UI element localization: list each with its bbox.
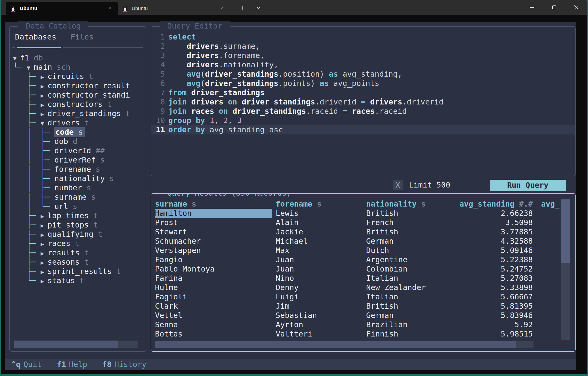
tree-item-constructor_standi[interactable]: ├─ ▶ constructor_standi: [13, 90, 144, 100]
collapsed-arrow-icon[interactable]: ▶: [41, 250, 48, 257]
result-cell[interactable]: British: [363, 302, 453, 311]
collapsed-arrow-icon[interactable]: ▶: [41, 278, 48, 285]
result-cell[interactable]: German: [363, 237, 453, 246]
scrollbar-thumb[interactable]: [155, 341, 516, 348]
tree-item-nationality[interactable]: │ ├─ nationality s: [13, 174, 144, 183]
result-cell[interactable]: 5.92: [453, 320, 533, 329]
result-cell[interactable]: 5.33898: [453, 283, 533, 292]
result-cell[interactable]: Verstappen: [155, 246, 272, 255]
result-cell[interactable]: Stewart: [155, 227, 272, 237]
result-cell[interactable]: 3.5098: [453, 218, 533, 227]
maximize-button[interactable]: [543, 0, 565, 15]
tree-item-main[interactable]: └─ ▼ main sch: [13, 63, 144, 72]
editor-line-2[interactable]: 2 drivers.surname,: [151, 42, 575, 51]
result-cell[interactable]: Italian: [363, 292, 453, 302]
terminal-tab-1[interactable]: Ubuntu: [6, 2, 118, 15]
expanded-arrow-icon[interactable]: ▼: [41, 120, 48, 127]
result-cell[interactable]: 5.27083: [453, 274, 533, 283]
tree-item-driverId[interactable]: │ ├─ driverId ##: [13, 146, 144, 155]
result-cell[interactable]: [533, 292, 561, 302]
collapsed-arrow-icon[interactable]: ▶: [41, 83, 48, 90]
tab-close-icon[interactable]: [218, 5, 225, 12]
editor-line-4[interactable]: 4 drivers.nationality,: [151, 60, 575, 70]
result-cell[interactable]: Denny: [272, 283, 363, 292]
result-cell[interactable]: 3.77885: [453, 227, 533, 237]
result-cell[interactable]: Clark: [155, 302, 272, 311]
result-cell[interactable]: 5.66667: [453, 292, 533, 302]
result-cell[interactable]: 2.66238: [453, 209, 533, 218]
result-cell[interactable]: Fangio: [155, 255, 272, 264]
result-cell[interactable]: Dutch: [363, 246, 453, 255]
result-cell[interactable]: Luigi: [272, 292, 363, 302]
tree-item-lap_times[interactable]: ├─ ▶ lap_times t: [13, 211, 144, 220]
tab-databases[interactable]: Databases: [15, 32, 56, 42]
tree-item-driverRef[interactable]: │ ├─ driverRef s: [13, 155, 144, 165]
collapsed-arrow-icon[interactable]: ▶: [41, 213, 48, 220]
result-cell[interactable]: British: [363, 227, 453, 237]
result-cell[interactable]: Jackie: [272, 227, 363, 237]
editor-code[interactable]: 1select2 drivers.surname,3 drivers.foren…: [151, 32, 575, 135]
result-cell[interactable]: [533, 246, 561, 255]
tree-item-code[interactable]: │ ├─ code s: [13, 127, 144, 137]
tree-item-constructors[interactable]: ├─ ▶ constructors t: [13, 100, 144, 109]
result-cell[interactable]: [533, 218, 561, 227]
terminal-tab-2[interactable]: Ubuntu: [118, 2, 230, 15]
tree-item-number[interactable]: │ ├─ number s: [13, 183, 144, 193]
run-query-button[interactable]: Run Query: [490, 180, 566, 191]
collapsed-arrow-icon[interactable]: ▶: [41, 269, 48, 275]
result-cell[interactable]: [533, 274, 561, 283]
limit-checkbox[interactable]: X: [393, 180, 403, 190]
result-cell[interactable]: Michael: [272, 237, 363, 246]
result-cell[interactable]: [533, 311, 561, 320]
editor-line-5[interactable]: 5 avg(driver_standings.position) as avg_…: [151, 70, 575, 79]
result-cell[interactable]: [533, 227, 561, 237]
result-cell[interactable]: 4.32588: [453, 237, 533, 246]
result-cell[interactable]: Schumacher: [155, 237, 272, 246]
result-cell[interactable]: Sebastian: [272, 311, 363, 320]
result-cell[interactable]: Brazilian: [363, 320, 453, 329]
result-cell[interactable]: 5.22388: [453, 255, 533, 264]
result-cell[interactable]: [533, 283, 561, 292]
tree-item-drivers[interactable]: ├─ ▼ drivers t: [13, 118, 144, 127]
result-cell[interactable]: Colombian: [363, 264, 453, 274]
tab-close-icon[interactable]: [106, 5, 114, 12]
editor-line-6[interactable]: 6 avg(driver_standings.points) as avg_po…: [151, 79, 575, 88]
result-cell[interactable]: Nino: [272, 274, 363, 283]
collapsed-arrow-icon[interactable]: ▶: [41, 259, 48, 266]
result-cell[interactable]: [533, 302, 561, 311]
editor-line-8[interactable]: 8join drivers on driver_standings.driver…: [151, 97, 575, 107]
editor-line-7[interactable]: 7from driver_standings: [151, 88, 575, 97]
result-cell[interactable]: Vettel: [155, 311, 272, 320]
result-cell[interactable]: [533, 209, 561, 218]
tree-item-circuits[interactable]: ├─ ▶ circuits t: [13, 72, 144, 81]
tree-item-races[interactable]: ├─ ▶ races t: [13, 239, 144, 248]
collapsed-arrow-icon[interactable]: ▶: [41, 92, 48, 99]
collapsed-arrow-icon[interactable]: ▶: [41, 231, 48, 238]
tree-item-url[interactable]: │ └─ url s: [13, 202, 144, 211]
result-cell[interactable]: New Zealander: [363, 283, 453, 292]
result-cell[interactable]: Pablo Montoya: [155, 264, 272, 274]
footer-quit[interactable]: ^qQuit: [11, 360, 42, 369]
collapsed-arrow-icon[interactable]: ▶: [41, 111, 48, 117]
editor-line-11[interactable]: 11order by avg_standing asc: [151, 125, 575, 135]
result-cell[interactable]: Jim: [272, 302, 363, 311]
tree-item-forename[interactable]: │ ├─ forename s: [13, 165, 144, 174]
result-cell[interactable]: [533, 320, 561, 329]
tree-item-seasons[interactable]: ├─ ▶ seasons t: [13, 258, 144, 267]
result-cell[interactable]: Fagioli: [155, 292, 272, 302]
result-cell[interactable]: Argentine: [363, 255, 453, 264]
result-cell[interactable]: Hamilton: [155, 209, 272, 218]
result-cell[interactable]: 5.81395: [453, 302, 533, 311]
result-cell[interactable]: Italian: [363, 274, 453, 283]
result-cell[interactable]: 5.24752: [453, 264, 533, 274]
new-tab-button[interactable]: [237, 3, 248, 13]
result-cell[interactable]: Hulme: [155, 283, 272, 292]
result-cell[interactable]: Alain: [272, 218, 363, 227]
result-cell[interactable]: Juan: [272, 264, 363, 274]
editor-line-1[interactable]: 1select: [151, 32, 575, 42]
result-cell[interactable]: [533, 264, 561, 274]
tree-item-constructor_result[interactable]: ├─ ▶ constructor_result: [13, 81, 144, 90]
editor-line-10[interactable]: 10group by 1, 2, 3: [151, 116, 575, 125]
result-cell[interactable]: French: [363, 218, 453, 227]
tab-dropdown-button[interactable]: [253, 3, 264, 13]
